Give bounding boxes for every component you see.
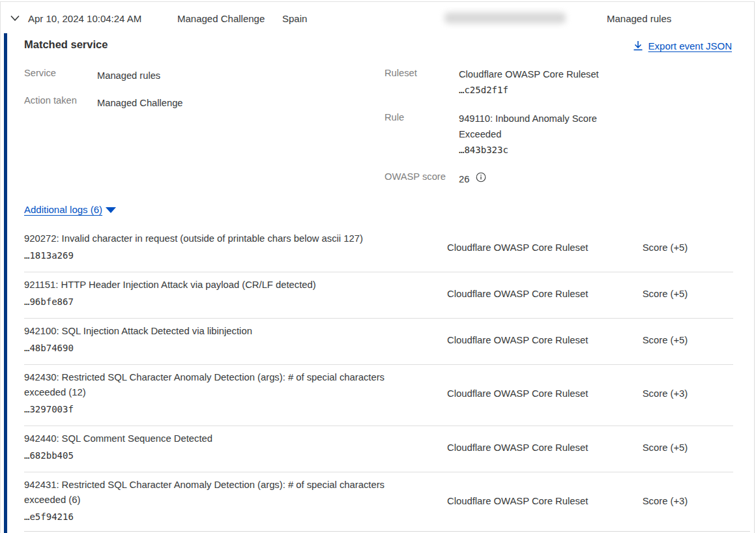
event-summary-row[interactable]: Apr 10, 2024 10:04:24 AM Managed Challen…	[1, 2, 754, 33]
log-rule-id: …96bfe867	[24, 294, 447, 310]
log-ruleset-name: Cloudflare OWASP Core Ruleset	[447, 335, 624, 345]
log-row: 920272: Invalid character in request (ou…	[24, 226, 733, 272]
log-score: Score (+3)	[624, 388, 733, 399]
log-score: Score (+5)	[624, 242, 733, 253]
log-score: Score (+5)	[624, 442, 733, 453]
event-service: Managed rules	[607, 13, 671, 24]
log-rule-id: …e5f94216	[24, 509, 447, 525]
log-row: 942430: Restricted SQL Character Anomaly…	[24, 365, 733, 426]
additional-logs-toggle[interactable]: Additional logs (6)	[24, 204, 116, 215]
chevron-down-icon[interactable]	[10, 14, 20, 22]
additional-logs-label: Additional logs (6)	[24, 204, 102, 215]
ruleset-value: Cloudflare OWASP Core Ruleset …c25d2f1f	[459, 66, 622, 98]
ruleset-label: Ruleset	[385, 68, 417, 78]
log-row: 942431: Restricted SQL Character Anomaly…	[24, 472, 733, 533]
event-country: Spain	[282, 13, 307, 24]
log-rule-id: …3297003f	[24, 401, 447, 417]
log-rule-description: 942100: SQL Injection Attack Detected vi…	[24, 324, 425, 339]
rule-value: 949110: Inbound Anomaly Score Exceeded ……	[459, 111, 615, 158]
log-ruleset-name: Cloudflare OWASP Core Ruleset	[447, 289, 624, 299]
log-ruleset-name: Cloudflare OWASP Core Ruleset	[447, 388, 624, 399]
log-ruleset-name: Cloudflare OWASP Core Ruleset	[447, 442, 624, 453]
log-rule-description: 942440: SQL Comment Sequence Detected	[24, 431, 425, 446]
owasp-score-label: OWASP score	[385, 171, 446, 182]
panel-title: Matched service	[24, 38, 108, 51]
log-score: Score (+5)	[624, 289, 733, 299]
log-rule-description: 921151: HTTP Header Injection Attack via…	[24, 278, 425, 293]
log-row: 921151: HTTP Header Injection Attack via…	[24, 272, 733, 319]
export-event-json-label: Export event JSON	[648, 40, 732, 51]
log-rule-description: 942431: Restricted SQL Character Anomaly…	[24, 478, 425, 508]
service-label: Service	[24, 68, 56, 78]
event-timestamp: Apr 10, 2024 10:04:24 AM	[28, 13, 141, 24]
rule-name: 949110: Inbound Anomaly Score Exceeded	[459, 111, 615, 142]
log-rule-description: 920272: Invalid character in request (ou…	[24, 231, 425, 246]
owasp-score-value: 26	[459, 171, 469, 187]
rule-id: …843b323c	[459, 142, 615, 158]
log-score: Score (+3)	[624, 496, 733, 506]
download-icon	[633, 40, 643, 51]
rule-label: Rule	[385, 112, 404, 122]
log-row: 942440: SQL Comment Sequence Detected …6…	[24, 426, 733, 472]
selected-row-accent-bar	[4, 33, 7, 533]
log-score: Score (+5)	[624, 335, 733, 345]
action-taken-value: Managed Challenge	[97, 95, 182, 111]
log-row: 942100: SQL Injection Attack Detected vi…	[24, 319, 733, 365]
log-rule-id: …1813a269	[24, 248, 447, 263]
additional-logs-table: 920272: Invalid character in request (ou…	[24, 226, 733, 533]
info-icon[interactable]	[476, 172, 486, 182]
service-value: Managed rules	[97, 68, 160, 83]
triangle-down-icon	[106, 207, 116, 213]
firewall-event-row: Apr 10, 2024 10:04:24 AM Managed Challen…	[0, 1, 755, 533]
panel-bottom-divider	[24, 531, 750, 532]
redacted-host-blur	[444, 12, 566, 23]
log-rule-id: …48b74690	[24, 340, 447, 356]
event-action: Managed Challenge	[177, 13, 265, 24]
log-rule-id: …682bb405	[24, 448, 447, 463]
log-rule-description: 942430: Restricted SQL Character Anomaly…	[24, 370, 425, 400]
log-ruleset-name: Cloudflare OWASP Core Ruleset	[447, 496, 624, 506]
log-ruleset-name: Cloudflare OWASP Core Ruleset	[447, 242, 624, 253]
ruleset-id: …c25d2f1f	[459, 82, 622, 98]
action-taken-label: Action taken	[24, 95, 77, 106]
export-event-json-link[interactable]: Export event JSON	[633, 40, 732, 51]
ruleset-name: Cloudflare OWASP Core Ruleset	[459, 66, 622, 82]
